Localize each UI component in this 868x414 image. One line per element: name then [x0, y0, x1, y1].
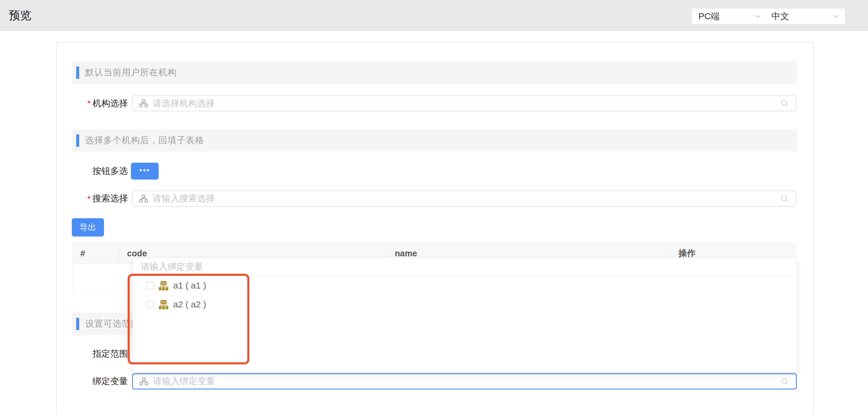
- tree-item-label: a1 ( a1 ): [173, 281, 206, 291]
- search-select-input[interactable]: 请输入搜索选择: [132, 190, 796, 207]
- tree-item-a1[interactable]: a1 ( a1 ): [146, 279, 206, 292]
- scope-label: 指定范围: [47, 346, 128, 362]
- checkbox[interactable]: [146, 282, 154, 289]
- org-select-placeholder: 请选择机构选择: [153, 97, 215, 109]
- export-button[interactable]: 导出: [72, 218, 104, 236]
- dropdown-search-input[interactable]: 请输入绑定变量: [141, 258, 203, 275]
- button-multi-label: 按钮多选: [47, 163, 128, 180]
- section-title: 选择多个机构后，回填子表格: [85, 134, 204, 147]
- table-header-index: #: [73, 243, 119, 263]
- org-tree-icon: [140, 377, 148, 386]
- device-select[interactable]: PC端: [692, 8, 767, 24]
- section-title: 默认当前用户所在机构: [85, 66, 177, 78]
- checkbox[interactable]: [146, 300, 154, 308]
- org-picker-ellipsis-button[interactable]: •••: [131, 163, 159, 180]
- section-header-default-org: 默认当前用户所在机构: [72, 61, 797, 84]
- dropdown-search-placeholder: 请输入绑定变量: [141, 261, 203, 273]
- org-tree-icon: [139, 194, 148, 203]
- search-select-label: * 搜索选择: [47, 190, 128, 207]
- chevron-down-icon: [833, 15, 838, 18]
- language-select-value: 中文: [771, 10, 789, 23]
- section-header-multi-org: 选择多个机构后，回填子表格: [72, 129, 797, 152]
- preview-page: { "topbar": { "title": "预览", "device_sel…: [0, 0, 868, 414]
- org-tree-dropdown: 请输入绑定变量 a1 ( a1 ) a2 ( a2 ): [132, 258, 797, 372]
- bind-variable-input[interactable]: 请输入绑定变量: [132, 373, 797, 389]
- bind-variable-label: 绑定变量: [47, 373, 128, 389]
- required-asterisk: *: [87, 98, 91, 108]
- language-select[interactable]: 中文: [765, 8, 845, 24]
- dropdown-separator: [133, 275, 797, 276]
- section-title: 设置可选范围: [85, 318, 140, 330]
- required-asterisk: *: [87, 194, 91, 204]
- org-select-input[interactable]: 请选择机构选择: [132, 95, 796, 111]
- bind-variable-placeholder: 请输入绑定变量: [153, 375, 215, 387]
- search-icon: [780, 99, 789, 108]
- ellipsis-dots: •••: [140, 166, 150, 174]
- search-icon: [780, 377, 789, 386]
- tree-item-label: a2 ( a2 ): [173, 299, 206, 310]
- chevron-down-icon: [755, 15, 761, 18]
- org-tree-icon: [139, 99, 148, 108]
- org-node-icon: [159, 281, 168, 291]
- section-accent-bar: [76, 318, 79, 330]
- section-accent-bar: [76, 134, 79, 147]
- search-icon: [780, 194, 789, 203]
- section-accent-bar: [76, 66, 79, 79]
- search-select-placeholder: 请输入搜索选择: [153, 193, 215, 204]
- device-select-value: PC端: [699, 10, 720, 23]
- org-node-icon: [159, 300, 168, 310]
- page-title: 预览: [9, 0, 31, 31]
- org-select-label: * 机构选择: [47, 95, 128, 111]
- tree-item-a2[interactable]: a2 ( a2 ): [146, 298, 206, 311]
